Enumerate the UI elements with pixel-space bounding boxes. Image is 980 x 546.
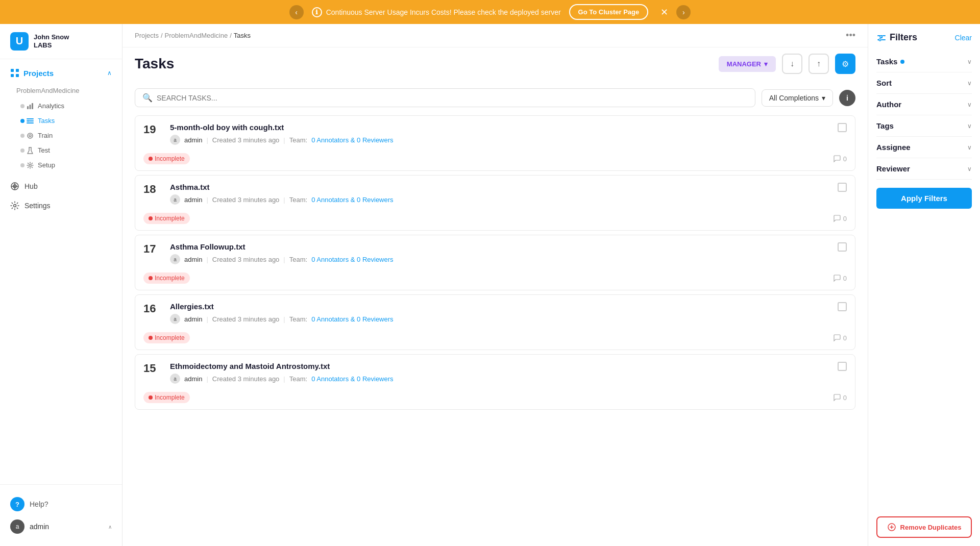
svg-point-25	[880, 36, 882, 38]
task-card[interactable]: 19 5-month-old boy with cough.txt a admi…	[135, 115, 855, 171]
download-button[interactable]: ↓	[782, 54, 802, 74]
task-checkbox[interactable]	[838, 362, 847, 371]
banner-prev-button[interactable]: ‹	[289, 5, 304, 19]
setup-label: Setup	[38, 161, 55, 169]
svg-rect-5	[16, 74, 19, 77]
breadcrumb-projects[interactable]: Projects	[135, 32, 159, 39]
task-card[interactable]: 16 Allergies.txt a admin | Created 3 min…	[135, 294, 855, 350]
comment-count[interactable]: 0	[833, 214, 847, 222]
task-team-link[interactable]: 0 Annotators & 0 Reviewers	[311, 136, 393, 144]
comment-number: 0	[843, 394, 847, 402]
logo-text: John Snow LABS	[34, 33, 69, 49]
task-team-link[interactable]: 0 Annotators & 0 Reviewers	[311, 256, 393, 263]
filter-chevron-assignee: ∨	[967, 144, 972, 151]
search-icon: 🔍	[142, 93, 153, 103]
task-checkbox[interactable]	[838, 183, 847, 192]
sidebar-item-analytics[interactable]: Analytics	[8, 98, 122, 113]
filter-group-header-assignee[interactable]: Assignee ∨	[876, 143, 972, 152]
task-team-link[interactable]: 0 Annotators & 0 Reviewers	[311, 315, 393, 323]
status-dot	[149, 276, 153, 280]
setup-dot	[20, 163, 24, 167]
task-name[interactable]: Allergies.txt	[170, 302, 829, 311]
sub-nav: Analytics Tasks	[0, 98, 122, 172]
task-meta: a admin | Created 3 minutes ago | Team: …	[170, 194, 829, 205]
role-button[interactable]: MANAGER ▾	[719, 56, 776, 72]
sidebar-item-projects[interactable]: Projects ∧	[0, 63, 122, 83]
go-to-cluster-button[interactable]: Go To Cluster Page	[569, 4, 649, 20]
sidebar-item-test[interactable]: Test	[8, 143, 122, 158]
projects-chevron: ∧	[107, 69, 112, 77]
author-avatar: a	[170, 314, 180, 324]
task-name[interactable]: Asthma.txt	[170, 183, 829, 191]
remove-duplicates-button[interactable]: Remove Duplicates	[876, 516, 972, 538]
test-label: Test	[38, 146, 50, 154]
comment-count[interactable]: 0	[833, 334, 847, 342]
status-badge: Incomplete	[143, 213, 190, 224]
svg-point-16	[29, 164, 31, 166]
task-info: Ethmoidectomy and Mastoid Antrostomy.txt…	[170, 362, 829, 384]
banner-next-button[interactable]: ›	[676, 5, 691, 19]
task-card-bottom: Incomplete 0	[135, 329, 855, 350]
apply-filters-button[interactable]: Apply Filters	[876, 188, 972, 209]
sidebar-item-setup[interactable]: Setup	[8, 158, 122, 172]
search-row: 🔍 All Completions ▾ i	[135, 88, 855, 107]
help-icon: ?	[10, 497, 24, 511]
banner-close-button[interactable]: ✕	[660, 7, 668, 18]
status-dot	[149, 395, 153, 400]
user-menu[interactable]: a admin ∧	[10, 515, 112, 538]
nav-section: Projects ∧ ProblemAndMedicine Analytics	[0, 59, 122, 484]
remove-dup-icon	[887, 523, 896, 532]
sidebar-project-name[interactable]: ProblemAndMedicine	[0, 83, 122, 98]
analytics-icon	[27, 103, 34, 110]
tasks-dot	[20, 119, 24, 123]
task-name[interactable]: Ethmoidectomy and Mastoid Antrostomy.txt	[170, 362, 829, 370]
help-button[interactable]: ? Help?	[10, 493, 112, 515]
comment-icon	[833, 393, 841, 402]
status-label: Incomplete	[155, 334, 185, 341]
main-content: Projects / ProblemAndMedicine / Tasks ••…	[122, 24, 868, 546]
breadcrumb-more-button[interactable]: •••	[846, 30, 855, 41]
search-input[interactable]	[157, 94, 748, 102]
filters-clear-button[interactable]: Clear	[955, 34, 972, 42]
task-checkbox[interactable]	[838, 242, 847, 252]
task-team-link[interactable]: 0 Annotators & 0 Reviewers	[311, 375, 393, 383]
filter-group-label-tags: Tags	[876, 121, 894, 130]
comment-count[interactable]: 0	[833, 274, 847, 282]
task-checkbox[interactable]	[838, 302, 847, 311]
train-dot	[20, 134, 24, 138]
task-name[interactable]: 5-month-old boy with cough.txt	[170, 123, 829, 132]
filter-groups: Tasks ∨ Sort ∨ Author ∨ Tags ∨ Assig	[876, 51, 972, 180]
task-number: 15	[143, 362, 162, 375]
filter-group-header-tags[interactable]: Tags ∨	[876, 121, 972, 130]
sidebar-item-train[interactable]: Train	[8, 128, 122, 143]
task-team-link[interactable]: 0 Annotators & 0 Reviewers	[311, 196, 393, 204]
task-card[interactable]: 17 Asthma Followup.txt a admin | Created…	[135, 235, 855, 290]
settings-icon: ⚙	[842, 59, 849, 69]
settings-button[interactable]: ⚙	[835, 54, 855, 74]
comment-count[interactable]: 0	[833, 393, 847, 402]
help-label: Help?	[30, 500, 48, 508]
task-meta-sep2: |	[283, 196, 285, 204]
filter-group-header-author[interactable]: Author ∨	[876, 100, 972, 109]
task-card[interactable]: 15 Ethmoidectomy and Mastoid Antrostomy.…	[135, 354, 855, 410]
upload-button[interactable]: ↑	[808, 54, 829, 74]
task-name[interactable]: Asthma Followup.txt	[170, 242, 829, 251]
task-number: 16	[143, 302, 162, 315]
completions-dropdown[interactable]: All Completions ▾	[762, 89, 833, 107]
sidebar-item-hub[interactable]: Hub	[0, 177, 122, 196]
filter-group-header-sort[interactable]: Sort ∨	[876, 79, 972, 87]
comment-number: 0	[843, 334, 847, 342]
status-dot	[149, 157, 153, 161]
task-checkbox[interactable]	[838, 123, 847, 132]
task-team-label: Team:	[289, 136, 307, 144]
task-card[interactable]: 18 Asthma.txt a admin | Created 3 minute…	[135, 175, 855, 231]
filter-group-header-reviewer[interactable]: Reviewer ∨	[876, 164, 972, 173]
sidebar-item-settings[interactable]: Settings	[0, 196, 122, 215]
info-button[interactable]: i	[839, 90, 855, 106]
sidebar-item-tasks[interactable]: Tasks	[8, 113, 122, 128]
breadcrumb-project[interactable]: ProblemAndMedicine	[165, 32, 228, 39]
filter-group-header-tasks[interactable]: Tasks ∨	[876, 57, 972, 66]
status-label: Incomplete	[155, 394, 185, 401]
tasks-icon	[27, 117, 34, 125]
comment-count[interactable]: 0	[833, 155, 847, 163]
